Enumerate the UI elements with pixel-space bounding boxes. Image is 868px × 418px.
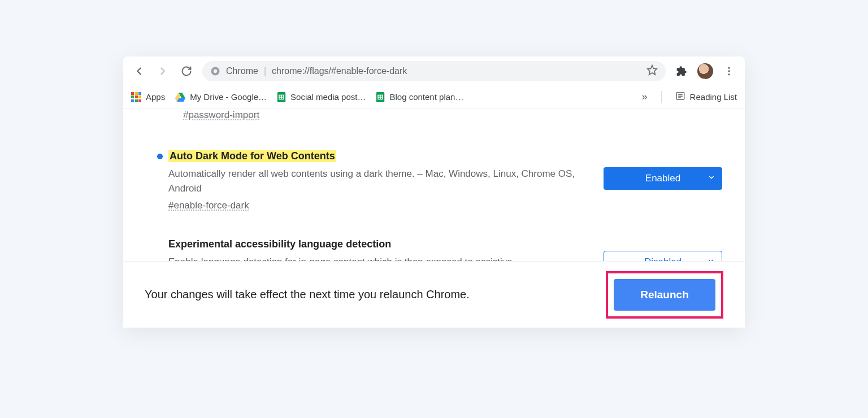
bookmarks-separator — [661, 91, 662, 103]
back-button[interactable] — [131, 63, 147, 79]
flag-state-value: Enabled — [645, 173, 680, 184]
toolbar: Chrome | chrome://flags/#enable-force-da… — [123, 56, 745, 86]
svg-point-4 — [728, 70, 730, 72]
sheets-icon — [376, 92, 385, 102]
relaunch-button[interactable]: Relaunch — [614, 279, 715, 311]
svg-point-5 — [728, 73, 730, 75]
reading-list-button[interactable]: Reading List — [675, 91, 737, 103]
chevron-down-icon — [707, 256, 715, 261]
apps-grid-icon — [131, 92, 141, 102]
bookmark-label: My Drive - Google… — [190, 92, 267, 102]
forward-button[interactable] — [155, 63, 171, 79]
sheets-icon — [277, 92, 286, 102]
chrome-icon — [210, 66, 220, 76]
flag-state-select[interactable]: Enabled — [604, 167, 722, 190]
reading-list-label: Reading List — [690, 92, 737, 102]
bookmark-my-drive[interactable]: My Drive - Google… — [175, 92, 267, 102]
kebab-menu-icon[interactable] — [721, 63, 737, 79]
bookmark-label: Social media post… — [290, 92, 366, 102]
flag-state-value: Disabled — [644, 256, 682, 261]
extensions-icon[interactable] — [674, 63, 689, 79]
drive-icon — [175, 93, 185, 102]
flag-state-select[interactable]: Disabled — [604, 251, 722, 261]
browser-window: Chrome | chrome://flags/#enable-force-da… — [123, 56, 745, 328]
chevron-down-icon — [708, 173, 715, 184]
site-label: Chrome — [226, 66, 258, 76]
bookmark-social-media[interactable]: Social media post… — [277, 92, 366, 102]
flag-description: Enable language detection for in-page co… — [168, 255, 575, 261]
profile-avatar[interactable] — [697, 63, 713, 79]
apps-shortcut[interactable]: Apps — [131, 92, 165, 102]
bookmark-blog-content[interactable]: Blog content plan… — [376, 92, 463, 102]
flag-anchor[interactable]: #enable-force-dark — [168, 200, 249, 211]
flags-content: #password-import Auto Dark Mode for Web … — [123, 108, 745, 261]
address-bar[interactable]: Chrome | chrome://flags/#enable-force-da… — [202, 61, 666, 81]
flag-title: Experimental accessibility language dete… — [168, 238, 391, 250]
bookmarks-overflow-icon[interactable]: » — [642, 91, 648, 103]
bookmark-star-icon[interactable] — [646, 64, 658, 78]
flag-auto-dark-mode: Auto Dark Mode for Web Contents Automati… — [157, 150, 722, 211]
bookmarks-bar: Apps My Drive - Google… Social media pos… — [123, 86, 745, 108]
svg-marker-2 — [648, 66, 657, 75]
relaunch-button-label: Relaunch — [640, 289, 689, 301]
flag-accessibility-language: Experimental accessibility language dete… — [157, 238, 722, 261]
reading-list-icon — [675, 91, 685, 103]
apps-label: Apps — [146, 92, 165, 102]
flag-anchor-truncated[interactable]: #password-import — [183, 110, 259, 121]
svg-point-1 — [214, 69, 217, 73]
omnibox-divider: | — [264, 66, 266, 76]
flag-description: Automatically render all web contents us… — [168, 167, 575, 197]
relaunch-highlight-box: Relaunch — [606, 271, 723, 319]
modified-dot-icon — [157, 154, 163, 159]
bookmark-label: Blog content plan… — [389, 92, 463, 102]
reload-button[interactable] — [179, 63, 194, 79]
svg-point-3 — [728, 67, 730, 69]
flag-title: Auto Dark Mode for Web Contents — [168, 150, 336, 162]
url-text: chrome://flags/#enable-force-dark — [272, 66, 407, 76]
relaunch-message: Your changes will take effect the next t… — [145, 288, 470, 301]
relaunch-footer: Your changes will take effect the next t… — [123, 261, 745, 328]
